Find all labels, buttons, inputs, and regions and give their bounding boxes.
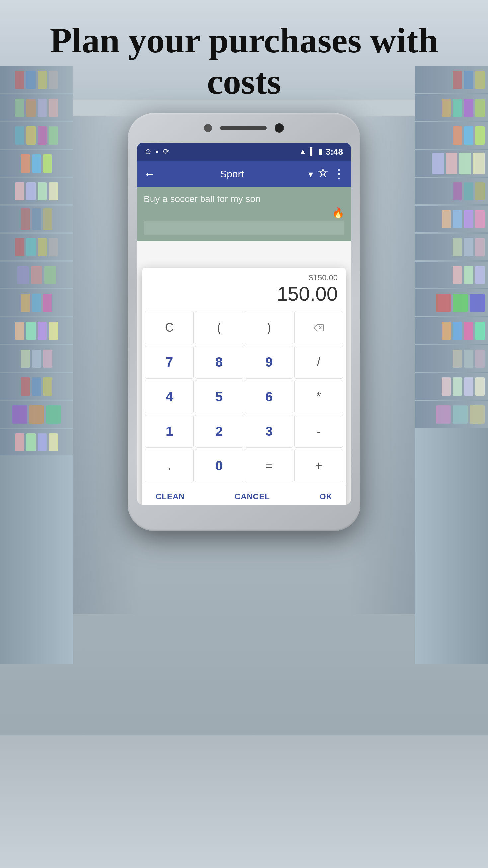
phone-speaker-grille [220, 126, 267, 130]
edit-area [144, 221, 344, 235]
shelf-left [0, 66, 73, 664]
calc-plus-btn[interactable]: + [295, 449, 343, 482]
calc-6-btn[interactable]: 6 [245, 380, 293, 413]
shelf-product [21, 294, 30, 312]
shelf-product [470, 294, 485, 312]
calc-open-paren-btn[interactable]: ( [195, 311, 243, 344]
shelf-row [415, 234, 488, 260]
shelf-row [415, 345, 488, 372]
shelf-product [453, 349, 462, 368]
shelf-product [453, 405, 468, 424]
shelf-product [37, 433, 47, 452]
shelf-product [436, 294, 451, 312]
calc-8-btn[interactable]: 8 [195, 345, 243, 379]
clean-button[interactable]: CLEAN [150, 489, 190, 504]
shelf-product [473, 153, 485, 174]
shelf-product [26, 238, 35, 256]
status-bar: ⊙ ▪ ⟳ ▲ ▌ ▮ 3:48 [137, 143, 351, 161]
calc-plus-label: + [315, 459, 322, 473]
more-button[interactable]: ⋮ [333, 167, 344, 181]
shelf-row [0, 122, 73, 149]
pin-button[interactable] [318, 168, 328, 180]
shelf-product [476, 322, 485, 340]
calc-equals-btn[interactable]: = [245, 449, 293, 482]
calc-1-label: 1 [166, 424, 173, 439]
shelf-product [441, 322, 451, 340]
shelf-product [453, 182, 462, 200]
shelf-product [453, 322, 462, 340]
shelf-product [32, 294, 41, 312]
dialog-actions: CLEAN CANCEL OK [143, 485, 345, 504]
phone-frame: ⊙ ▪ ⟳ ▲ ▌ ▮ 3:48 ← Sport ▾ [128, 113, 360, 531]
shelf-left-items [0, 66, 73, 456]
shelf-product [49, 182, 58, 200]
calc-1-btn[interactable]: 1 [145, 414, 193, 448]
calc-4-label: 4 [166, 390, 173, 404]
calc-9-btn[interactable]: 9 [245, 345, 293, 379]
shelf-row [0, 289, 73, 316]
shelf-row [0, 429, 73, 456]
calc-value: 150.00 [150, 282, 338, 305]
calc-0-btn[interactable]: 0 [195, 449, 243, 482]
shelf-product [49, 126, 58, 145]
calc-clear-label: C [165, 321, 174, 335]
calc-2-label: 2 [215, 424, 223, 439]
cancel-button[interactable]: CANCEL [230, 489, 275, 504]
calc-price-label: $150.00 [150, 273, 338, 282]
shelf-product [453, 377, 462, 396]
shelf-product [21, 154, 30, 173]
calc-7-btn[interactable]: 7 [145, 345, 193, 379]
calc-0-label: 0 [215, 458, 223, 473]
shelf-row [0, 345, 73, 372]
calc-multiply-btn[interactable]: * [295, 380, 343, 413]
calc-5-label: 5 [215, 390, 223, 404]
calc-backspace-btn[interactable] [295, 311, 343, 344]
phone-top-bar [204, 123, 284, 133]
shelf-row [415, 150, 488, 177]
calc-2-btn[interactable]: 2 [195, 414, 243, 448]
calc-equals-label: = [265, 459, 272, 473]
shelf-product [26, 433, 35, 452]
calc-3-label: 3 [265, 424, 273, 439]
shelf-row [0, 150, 73, 177]
calc-divide-btn[interactable]: / [295, 345, 343, 379]
calc-dot-btn[interactable]: . [145, 449, 193, 482]
back-button[interactable]: ← [144, 167, 156, 181]
shelf-product [46, 405, 61, 424]
calc-6-label: 6 [265, 390, 273, 404]
calc-open-paren-label: ( [217, 321, 221, 335]
calc-dot-label: . [167, 459, 171, 473]
status-time: 3:48 [326, 147, 343, 157]
shelf-product [21, 377, 30, 396]
shelf-product [43, 349, 53, 368]
calc-3-btn[interactable]: 3 [245, 414, 293, 448]
fire-icon: 🔥 [332, 207, 344, 219]
calc-clear-btn[interactable]: C [145, 311, 193, 344]
heading-line1: Plan your purchases with [50, 21, 438, 60]
shelf-product [464, 238, 474, 256]
calc-4-btn[interactable]: 4 [145, 380, 193, 413]
shelf-product [453, 238, 462, 256]
calc-5-btn[interactable]: 5 [195, 380, 243, 413]
shelf-product [476, 210, 485, 228]
shelf-product [29, 405, 44, 424]
shelf-product [464, 126, 474, 145]
shelf-product [464, 182, 474, 200]
calc-close-paren-btn[interactable]: ) [245, 311, 293, 344]
ok-button[interactable]: OK [314, 489, 338, 504]
shelf-row [415, 317, 488, 344]
calc-display: $150.00 150.00 [143, 268, 345, 308]
shelf-product [37, 238, 47, 256]
shelf-product [17, 266, 29, 284]
shelf-row [0, 206, 73, 232]
shelf-product [37, 126, 47, 145]
dropdown-button[interactable]: ▾ [308, 168, 313, 180]
calc-grid: C ( ) [143, 308, 345, 485]
shelf-product [441, 377, 451, 396]
calc-minus-btn[interactable]: - [295, 414, 343, 448]
shelf-product [453, 266, 462, 284]
shelf-product [43, 377, 53, 396]
fire-icon-area: 🔥 [144, 207, 344, 219]
shelf-product [43, 294, 53, 312]
calc-minus-label: - [317, 424, 321, 438]
